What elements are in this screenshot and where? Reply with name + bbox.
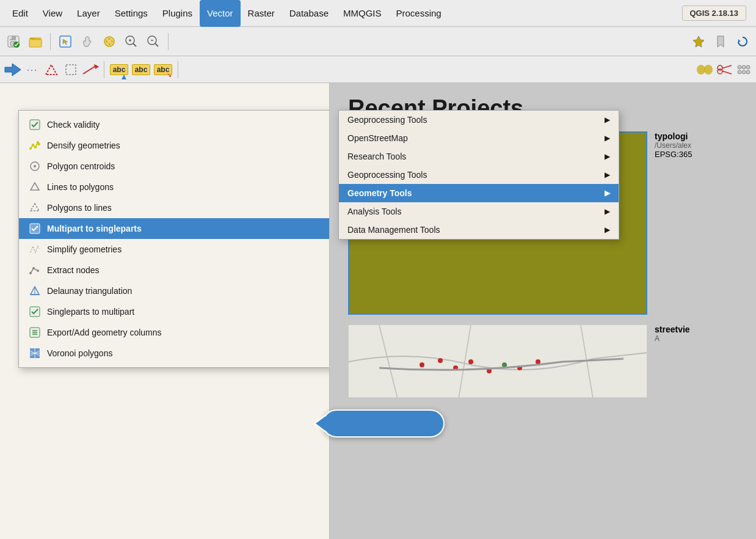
select-tool-button[interactable] (56, 32, 75, 51)
main-area: Check validity Densify geometries (0, 83, 756, 539)
submenu-polygon-centroids[interactable]: Polygon centroids (19, 156, 330, 177)
dots-grid-button[interactable] (735, 61, 752, 78)
menu-raster[interactable]: Raster (241, 0, 282, 27)
line-arrow-button[interactable] (82, 61, 99, 78)
rect-select-button[interactable] (62, 61, 79, 78)
scissors-button[interactable] (716, 61, 733, 78)
organic-shape-button[interactable] (696, 61, 713, 78)
submenu-polygons-to-lines[interactable]: Polygons to lines (19, 197, 330, 218)
menu-settings[interactable]: Settings (107, 0, 155, 27)
submenu-voronoi[interactable]: Voronoi polygons (19, 343, 330, 364)
svg-point-28 (718, 69, 722, 74)
menu-view[interactable]: View (35, 0, 70, 27)
label-tool-2[interactable]: abc (131, 60, 151, 79)
svg-marker-46 (31, 204, 39, 211)
svg-rect-3 (9, 36, 12, 39)
delaunay-icon (29, 285, 41, 297)
dropdown-geoprocessing-1[interactable]: Geoprocessing Tools ▶ (339, 111, 619, 129)
svg-line-22 (83, 65, 96, 74)
menu-plugins[interactable]: Plugins (155, 0, 200, 27)
move-feature-button[interactable] (100, 32, 119, 51)
dropdown-geometry-tools[interactable]: Geometry Tools ▶ (339, 184, 619, 202)
selection-arrow-indicator (322, 409, 445, 440)
export-geometry-icon (29, 326, 41, 339)
menu-layer[interactable]: Layer (70, 0, 107, 27)
svg-line-17 (155, 43, 158, 46)
project-crs-1: EPSG:365 (655, 150, 692, 159)
check-validity-label: Check validity (47, 120, 100, 130)
densify-icon (29, 139, 41, 152)
open-project-button[interactable] (26, 32, 45, 51)
label-tool-3[interactable]: abc ↘ (153, 60, 173, 79)
geometry-submenu: Check validity Densify geometries (18, 110, 330, 368)
submenu-export-geometry[interactable]: Export/Add geometry columns (19, 322, 330, 343)
menu-database[interactable]: Database (282, 0, 336, 27)
svg-marker-24 (122, 75, 126, 79)
menu-vector[interactable]: Vector (200, 0, 241, 27)
export-geometry-label: Export/Add geometry columns (47, 328, 162, 337)
submenu-simplify-geometries[interactable]: Simplify geometries (19, 239, 330, 260)
arrow-left-button[interactable] (4, 61, 21, 78)
submenu-extract-nodes[interactable]: Extract nodes (19, 260, 330, 280)
svg-point-32 (742, 65, 746, 69)
menu-mmqgis[interactable]: MMQGIS (336, 0, 389, 27)
submenu-arrow-7: ▶ (605, 226, 610, 234)
label-tool-1[interactable]: abc (109, 60, 129, 79)
submenu-densify-geometries[interactable]: Densify geometries (19, 135, 330, 156)
svg-point-50 (37, 270, 39, 272)
svg-point-42 (38, 143, 40, 145)
svg-point-44 (34, 165, 36, 167)
menu-processing[interactable]: Processing (388, 0, 448, 27)
svg-marker-23 (94, 64, 99, 69)
svg-rect-64 (349, 325, 647, 398)
bookmark-button[interactable] (711, 32, 730, 51)
pan-tool-button[interactable] (78, 32, 97, 51)
svg-rect-8 (32, 39, 40, 40)
project-thumbnail-2 (348, 324, 647, 398)
dropdown-data-management-tools[interactable]: Data Management Tools ▶ (339, 221, 619, 239)
dropdown-analysis-tools[interactable]: Analysis Tools ▶ (339, 202, 619, 221)
dropdown-geoprocessing-2[interactable]: Geoprocessing Tools ▶ (339, 166, 619, 184)
left-panel: Check validity Densify geometries (0, 83, 330, 539)
dropdown-openstreetmap[interactable]: OpenStreetMap ▶ (339, 129, 619, 147)
svg-point-70 (502, 362, 507, 367)
pin-icon-button[interactable] (689, 32, 708, 51)
svg-rect-21 (66, 65, 76, 75)
qgis-version-badge: QGIS 2.18.13 (682, 6, 747, 21)
svg-point-40 (34, 146, 37, 148)
submenu-singleparts-to-multipart[interactable]: Singleparts to multipart (19, 301, 330, 322)
svg-point-68 (468, 359, 473, 364)
toolbar-row2-sep1 (104, 61, 104, 78)
polygon-centroids-label: Polygon centroids (47, 161, 115, 171)
triangle-button[interactable] (43, 61, 60, 78)
left-arrow-inner (316, 416, 325, 431)
project-info-1: typologi /Users/alex EPSG:365 (647, 131, 692, 159)
svg-line-14 (133, 43, 136, 46)
submenu-multipart-to-singleparts[interactable]: Multipart to singleparts (19, 218, 330, 239)
svg-point-26 (704, 65, 713, 75)
zoom-in-button[interactable] (122, 32, 141, 51)
polygon-centroids-icon (29, 160, 41, 172)
menu-bar: Edit View Layer Settings Plugins Vector … (0, 0, 756, 27)
dots-line-button[interactable]: ⋯ (23, 61, 40, 78)
submenu-check-validity[interactable]: Check validity (19, 114, 330, 135)
project-path-2: A (655, 334, 690, 343)
project-name-1: typologi (655, 131, 692, 141)
submenu-lines-to-polygons[interactable]: Lines to polygons (19, 177, 330, 197)
menu-edit[interactable]: Edit (5, 0, 35, 27)
densify-label: Densify geometries (47, 141, 120, 150)
toolbar-sep-1 (50, 33, 51, 50)
save-button[interactable] (4, 32, 23, 51)
svg-point-31 (738, 65, 741, 69)
submenu-delaunay[interactable]: Delaunay triangulation (19, 280, 330, 301)
refresh-button[interactable] (733, 32, 752, 51)
svg-marker-20 (5, 64, 21, 76)
dropdown-research-tools[interactable]: Research Tools ▶ (339, 147, 619, 166)
polygons-to-lines-icon (29, 202, 41, 214)
lines-to-polygons-icon (29, 181, 41, 193)
svg-marker-45 (31, 183, 39, 190)
svg-point-66 (438, 358, 443, 363)
simplify-icon (29, 243, 41, 255)
project-card-2[interactable]: streetvie A (348, 324, 738, 398)
zoom-out-button[interactable] (144, 32, 163, 51)
